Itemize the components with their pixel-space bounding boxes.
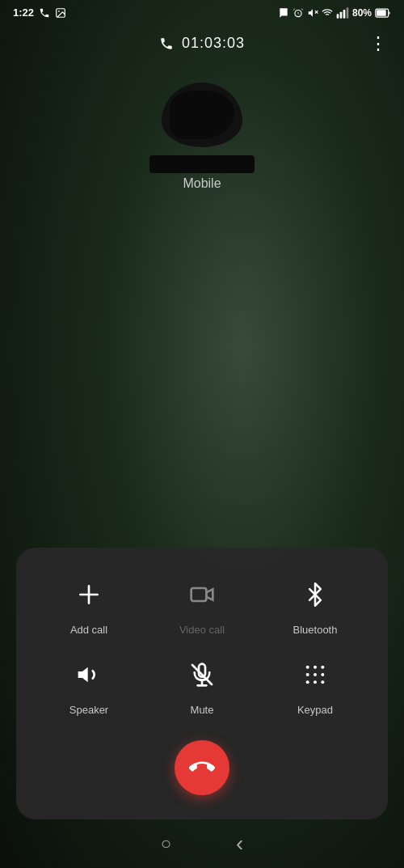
video-call-button[interactable]: Video call: [145, 572, 259, 636]
svg-point-18: [321, 666, 324, 669]
svg-point-17: [314, 666, 317, 669]
status-left: 1:22: [13, 6, 66, 19]
speaker-icon: [76, 662, 102, 688]
add-call-button[interactable]: Add call: [32, 572, 145, 636]
call-header: 01:03:03 ⋮: [0, 22, 404, 58]
bottom-panel: Add call Video call Bluetooth: [16, 548, 388, 819]
plus-icon: [76, 582, 102, 608]
time-display: 1:22: [13, 6, 34, 19]
video-call-label: Video call: [179, 624, 225, 636]
avatar-scribble: [170, 91, 234, 139]
add-call-icon-bg: [66, 572, 112, 617]
keypad-icon: [302, 662, 328, 688]
call-timer: 01:03:03: [182, 35, 245, 52]
speaker-label: Speaker: [69, 704, 108, 716]
more-options-btn[interactable]: ⋮: [369, 33, 388, 54]
mute-label: Mute: [191, 704, 214, 716]
end-call-row: [32, 740, 372, 795]
gallery-status-icon: [55, 7, 66, 19]
bluetooth-label: Bluetooth: [293, 624, 338, 636]
svg-rect-6: [340, 11, 343, 18]
battery-icon: [375, 8, 391, 18]
avatar: [162, 83, 242, 147]
mute-icon-bg: [179, 652, 225, 697]
contact-name-area: [149, 155, 255, 173]
svg-point-23: [314, 680, 317, 684]
speaker-button[interactable]: Speaker: [32, 652, 145, 716]
svg-point-21: [321, 673, 324, 676]
bluetooth-button[interactable]: Bluetooth: [259, 572, 372, 636]
svg-rect-5: [337, 14, 339, 18]
keypad-button[interactable]: Keypad: [259, 652, 372, 716]
sound-mute-icon: [307, 7, 318, 19]
phone-icon: [159, 36, 174, 51]
svg-point-19: [306, 673, 309, 676]
mute-button[interactable]: Mute: [145, 652, 259, 716]
nav-bar: ○ ‹: [0, 824, 404, 868]
speaker-icon-bg: [66, 652, 112, 697]
add-call-label: Add call: [70, 624, 107, 636]
phone-status-icon: [39, 7, 50, 19]
keypad-label: Keypad: [297, 704, 333, 716]
name-scribble: [149, 155, 255, 173]
svg-rect-8: [347, 7, 349, 18]
video-call-icon-bg: [179, 572, 225, 617]
wifi-icon: [322, 7, 333, 19]
svg-point-16: [306, 666, 309, 669]
back-nav-icon[interactable]: ‹: [236, 831, 243, 857]
svg-point-1: [58, 11, 60, 12]
bluetooth-icon-bg: [292, 572, 338, 617]
alarm-icon: [292, 7, 304, 19]
svg-rect-10: [377, 10, 386, 16]
action-grid: Add call Video call Bluetooth: [32, 572, 372, 716]
svg-rect-11: [191, 588, 207, 601]
status-right: 80%: [278, 7, 391, 19]
signal-icon: [336, 7, 349, 19]
bluetooth-icon: [303, 582, 327, 608]
video-icon: [189, 582, 215, 608]
keypad-icon-bg: [292, 652, 338, 697]
end-call-icon: [189, 755, 215, 781]
mute-icon: [189, 662, 215, 688]
contact-area: Mobile: [0, 58, 404, 207]
svg-point-22: [306, 680, 309, 684]
battery-percent: 80%: [352, 7, 372, 19]
contact-label: Mobile: [183, 176, 221, 191]
nfc-icon: [278, 7, 289, 19]
svg-point-20: [314, 673, 317, 676]
home-nav-icon[interactable]: ○: [161, 833, 171, 854]
svg-rect-7: [343, 10, 346, 19]
end-call-button[interactable]: [175, 740, 229, 795]
status-bar: 1:22: [0, 0, 404, 22]
svg-point-24: [321, 680, 324, 684]
